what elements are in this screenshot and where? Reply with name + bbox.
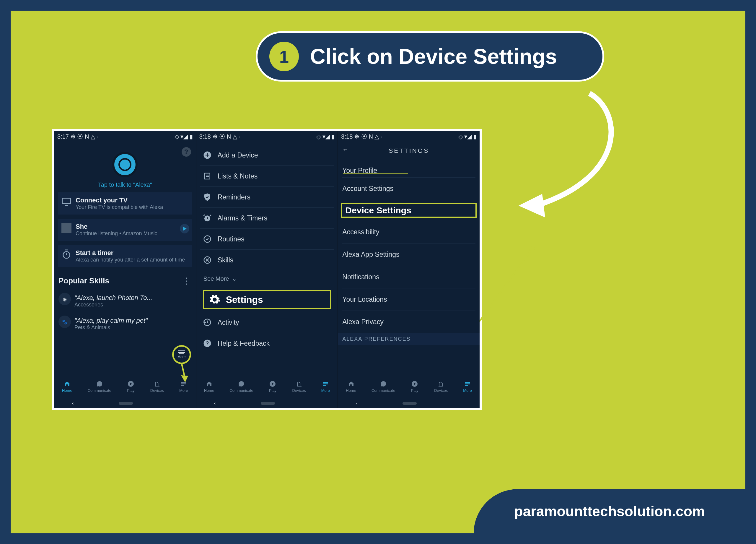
menu-add-device[interactable]: Add a Device bbox=[200, 145, 334, 166]
card-she[interactable]: She Continue listening • Amazon Music bbox=[58, 219, 192, 241]
arrow-annotation bbox=[483, 87, 631, 229]
android-soft-bar: ‹ bbox=[338, 399, 480, 408]
menu-alarms[interactable]: Alarms & Timers bbox=[200, 208, 334, 229]
step-text: Click on Device Settings bbox=[310, 44, 557, 69]
menu-skills[interactable]: Skills bbox=[200, 250, 334, 270]
nav-more[interactable]: More bbox=[463, 380, 472, 393]
skill-title: "Alexa, play calm my pet" bbox=[74, 317, 192, 325]
svg-text:?: ? bbox=[206, 341, 209, 346]
bottom-nav: Home Communicate Play Devices More bbox=[54, 376, 196, 399]
nav-communicate[interactable]: Communicate bbox=[88, 380, 111, 393]
vertical-dots-icon[interactable]: ⋮ bbox=[183, 276, 192, 286]
nav-communicate[interactable]: Communicate bbox=[372, 380, 395, 393]
help-icon[interactable]: ? bbox=[182, 147, 191, 157]
status-icons: ❋ ⦿ N △ · bbox=[71, 133, 98, 140]
history-icon bbox=[203, 318, 212, 327]
chevron-down-icon: ⌄ bbox=[232, 275, 237, 282]
android-soft-bar: ‹ bbox=[54, 399, 196, 408]
setting-privacy[interactable]: Alexa Privacy bbox=[342, 311, 475, 333]
tv-icon bbox=[61, 196, 71, 206]
see-more[interactable]: See More⌄ bbox=[200, 270, 334, 287]
status-bar: 3:17❋ ⦿ N △ · ◇ ▾◢ ▮ bbox=[54, 131, 196, 142]
svg-rect-1 bbox=[62, 198, 71, 203]
nav-devices[interactable]: Devices bbox=[434, 380, 448, 393]
card-connect-tv[interactable]: Connect your TV Your Fire TV is compatib… bbox=[58, 192, 192, 214]
skill-icon: ◉ bbox=[58, 293, 71, 305]
tap-to-talk[interactable]: Tap to talk to "Alexa" bbox=[54, 181, 196, 188]
status-icons: ❋ ⦿ N △ · bbox=[213, 133, 240, 140]
back-arrow-icon[interactable]: ← bbox=[342, 146, 350, 153]
nav-communicate[interactable]: Communicate bbox=[229, 380, 253, 393]
check-shield-icon bbox=[203, 193, 212, 201]
nav-play[interactable]: Play bbox=[268, 380, 277, 393]
nav-home[interactable]: Home bbox=[346, 380, 356, 393]
nav-home[interactable]: Home bbox=[62, 380, 72, 393]
menu-reminders[interactable]: Reminders bbox=[200, 187, 334, 208]
setting-account[interactable]: Account Settings bbox=[342, 177, 475, 200]
svg-marker-0 bbox=[519, 194, 545, 217]
plus-circle-icon bbox=[203, 151, 212, 159]
screen-settings: 3:18❋ ⦿ N △ · ◇ ▾◢ ▮ ← SETTINGS Your Pro… bbox=[338, 131, 480, 408]
nav-devices[interactable]: Devices bbox=[292, 380, 306, 393]
settings-header: ← SETTINGS bbox=[338, 142, 480, 159]
menu-routines[interactable]: Routines bbox=[200, 229, 334, 250]
screen-more-menu: 3:18❋ ⦿ N △ · ◇ ▾◢ ▮ Add a Device Lists … bbox=[196, 131, 338, 408]
popular-skills-label: Popular Skills bbox=[58, 276, 109, 286]
skill-icon: 🐾 bbox=[58, 316, 71, 328]
more-tab-highlight: More bbox=[172, 345, 191, 364]
svg-line-4 bbox=[182, 364, 185, 377]
menu-help[interactable]: ?Help & Feedback bbox=[200, 333, 334, 354]
setting-accessibility[interactable]: Accessibility bbox=[342, 221, 475, 243]
svg-marker-2 bbox=[183, 227, 187, 231]
skills-icon bbox=[203, 255, 212, 264]
nav-more[interactable]: More bbox=[321, 380, 330, 393]
gear-icon bbox=[209, 294, 221, 306]
card-sub: Continue listening • Amazon Music bbox=[76, 230, 188, 237]
alexa-logo[interactable] bbox=[112, 152, 138, 177]
help-circle-icon: ? bbox=[203, 339, 212, 348]
arrow-down-icon bbox=[176, 364, 188, 383]
bottom-nav: Home Communicate Play Devices More bbox=[196, 376, 338, 399]
stopwatch-icon bbox=[61, 249, 71, 259]
website-credit: paramounttechsolution.com bbox=[474, 489, 745, 533]
screen-home: 3:17❋ ⦿ N △ · ◇ ▾◢ ▮ ? Tap to talk to "A… bbox=[54, 131, 196, 408]
more-label: More bbox=[177, 355, 185, 359]
android-soft-bar: ‹ bbox=[196, 399, 338, 408]
setting-locations[interactable]: Your Locations bbox=[342, 289, 475, 311]
setting-notifications[interactable]: Notifications bbox=[342, 266, 475, 289]
play-icon[interactable] bbox=[180, 224, 189, 233]
svg-point-3 bbox=[63, 252, 70, 258]
nav-play[interactable]: Play bbox=[127, 380, 135, 393]
alarm-icon bbox=[203, 214, 212, 222]
music-thumb-icon bbox=[61, 223, 71, 233]
routines-icon bbox=[203, 234, 212, 243]
card-sub: Alexa can notify you after a set amount … bbox=[76, 257, 188, 263]
preferences-header: ALEXA PREFERENCES bbox=[338, 333, 480, 345]
skill-title: "Alexa, launch Photon To... bbox=[74, 294, 192, 302]
menu-settings-highlighted[interactable]: Settings bbox=[203, 290, 331, 309]
status-time: 3:18 bbox=[341, 133, 353, 140]
status-right-icons: ◇ ▾◢ ▮ bbox=[316, 133, 335, 140]
svg-marker-5 bbox=[181, 375, 188, 382]
skill-photon[interactable]: ◉ "Alexa, launch Photon To... Accessorie… bbox=[58, 291, 192, 311]
nav-devices[interactable]: Devices bbox=[150, 380, 164, 393]
status-time: 3:17 bbox=[57, 133, 69, 140]
setting-app[interactable]: Alexa App Settings bbox=[342, 243, 475, 266]
svg-marker-18 bbox=[529, 245, 536, 250]
menu-activity[interactable]: Activity bbox=[200, 312, 334, 333]
profile-underline bbox=[343, 173, 408, 174]
settings-title: SETTINGS bbox=[389, 147, 429, 154]
skill-pet[interactable]: 🐾 "Alexa, play calm my pet" Pets & Anima… bbox=[58, 314, 192, 334]
menu-lists[interactable]: Lists & Notes bbox=[200, 166, 334, 187]
skill-category: Pets & Animals bbox=[74, 325, 192, 331]
status-time: 3:18 bbox=[199, 133, 211, 140]
more-menu-list: Add a Device Lists & Notes Reminders Ala… bbox=[200, 145, 334, 376]
nav-home[interactable]: Home bbox=[204, 380, 214, 393]
skill-category: Accessories bbox=[74, 302, 192, 308]
status-right-icons: ◇ ▾◢ ▮ bbox=[175, 133, 193, 140]
setting-device-highlighted[interactable]: Device Settings bbox=[341, 203, 477, 218]
status-right-icons: ◇ ▾◢ ▮ bbox=[458, 133, 477, 140]
step-callout: 1 Click on Device Settings bbox=[256, 31, 604, 82]
card-timer[interactable]: Start a timer Alexa can notify you after… bbox=[58, 245, 192, 267]
nav-play[interactable]: Play bbox=[410, 380, 419, 393]
